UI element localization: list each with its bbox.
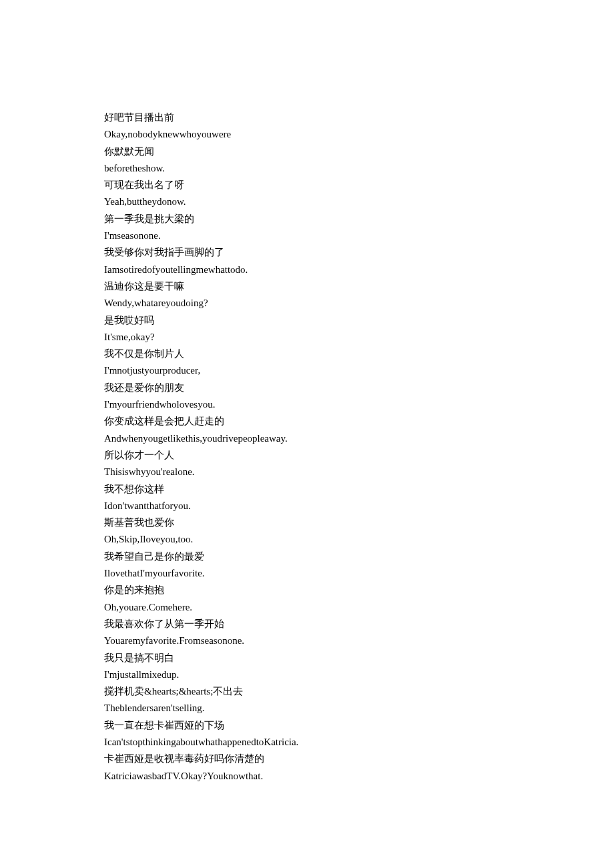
text-line: 是我哎好吗 [104,312,541,329]
text-line: I'mjustallmixedup. [104,667,541,683]
text-line: 斯基普我也爱你 [104,514,541,531]
text-line: Andwhenyougetlikethis,youdrivepeopleaway… [104,430,541,447]
text-line: 我一直在想卡崔西娅的下场 [104,717,541,734]
text-line: Oh,Skip,Iloveyou,too. [104,531,541,548]
text-line: Idon'twantthatforyou. [104,498,541,514]
text-line: 好吧节目播出前 [104,109,541,126]
text-line: IlovethatI'myourfavorite. [104,565,541,582]
text-line: 你默默无闻 [104,143,541,160]
text-line: 我只是搞不明白 [104,650,541,667]
text-line: 所以你才一个人 [104,447,541,464]
text-line: 你变成这样是会把人赶走的 [104,413,541,430]
text-line: 温迪你这是要干嘛 [104,278,541,295]
document-page: 好吧节目播出前 Okay,nobodyknewwhoyouwere 你默默无闻 … [0,0,614,838]
text-line: beforetheshow. [104,160,541,177]
text-line: Theblendersaren'tselling. [104,700,541,717]
text-line: Oh,youare.Comehere. [104,599,541,616]
text-line: 第一季我是挑大梁的 [104,211,541,228]
text-line: Iamsotiredofyoutellingmewhattodo. [104,262,541,278]
text-line: 我还是爱你的朋友 [104,380,541,396]
text-line: Yeah,buttheydonow. [104,193,541,210]
text-line: Ican'tstopthinkingaboutwhathappenedtoKat… [104,734,541,751]
text-line: 你是的来抱抱 [104,582,541,598]
text-line: 我最喜欢你了从第一季开始 [104,616,541,632]
text-line: It'sme,okay? [104,329,541,346]
text-line: Youaremyfavorite.Fromseasonone. [104,632,541,649]
text-line: Okay,nobodyknewwhoyouwere [104,126,541,143]
text-line: I'mnotjustyourproducer, [104,362,541,379]
text-line: 我受够你对我指手画脚的了 [104,244,541,261]
text-line: 可现在我出名了呀 [104,177,541,193]
text-line: 我不仅是你制片人 [104,346,541,362]
text-line: KatriciawasbadTV.Okay?Youknowthat. [104,768,541,785]
text-line: 我希望自己是你的最爱 [104,548,541,565]
text-line: 我不想你这样 [104,481,541,498]
text-line: Thisiswhyyou'realone. [104,464,541,480]
text-line: 卡崔西娅是收视率毒药好吗你清楚的 [104,751,541,767]
text-line: I'mseasonone. [104,228,541,244]
text-line: 搅拌机卖&hearts;&hearts;不出去 [104,683,541,700]
text-line: I'myourfriendwholovesyou. [104,396,541,413]
text-line: Wendy,whatareyoudoing? [104,295,541,312]
